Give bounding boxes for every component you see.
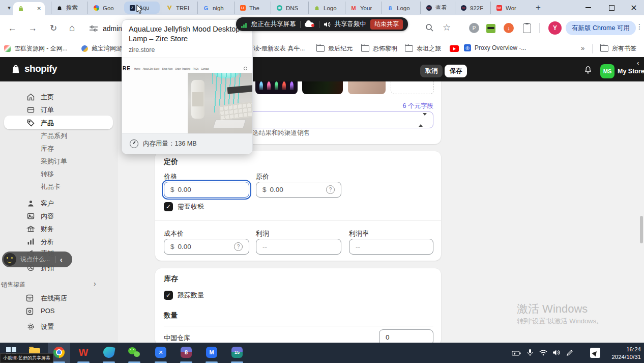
save-button[interactable]: 保存: [445, 65, 467, 77]
collapse-chevron-icon[interactable]: ‹: [637, 59, 639, 67]
wifi-icon[interactable]: [539, 350, 547, 356]
notifications-bell-icon[interactable]: [583, 65, 593, 74]
tab-gmail[interactable]: M Your: [345, 2, 380, 14]
forward-button[interactable]: →: [28, 23, 37, 34]
sales-channels-chevron-icon[interactable]: ›: [94, 280, 96, 288]
help-icon[interactable]: ?: [234, 242, 243, 251]
touch-indicator-icon[interactable]: [590, 348, 600, 358]
tab-logo-blue[interactable]: 8 Logo: [382, 2, 417, 14]
tab-close-icon[interactable]: ✕: [37, 6, 41, 11]
active-tab[interactable]: ✕: [13, 2, 45, 15]
sidebar-item-collections[interactable]: 产品系列: [41, 131, 67, 141]
profile-avatar[interactable]: Y: [548, 21, 562, 35]
track-quantity-checkbox[interactable]: ✓: [164, 291, 173, 300]
bookmarks-overflow-icon[interactable]: »: [581, 44, 584, 52]
bookmark-cangbaowan[interactable]: 藏宝湾网游...: [81, 44, 127, 53]
tab-the[interactable]: U The: [234, 2, 270, 14]
wps-taskbar-button[interactable]: W: [77, 346, 90, 358]
tab-sousuo[interactable]: 搜索: [51, 2, 86, 14]
chrome-update-chip[interactable]: 有新版 Chrome 可用: [566, 21, 636, 35]
tab-logo-green[interactable]: Logo: [308, 2, 344, 14]
site-info-icon[interactable]: [90, 25, 98, 32]
sidebar-item-transfers[interactable]: 转移: [41, 170, 54, 179]
help-icon[interactable]: ?: [326, 185, 335, 194]
assistant-input[interactable]: 说点什么...: [20, 255, 50, 264]
tab-dns[interactable]: DNS: [271, 2, 306, 14]
tab-922[interactable]: 922 922F: [455, 2, 490, 14]
sidebar-item-inventory[interactable]: 库存: [41, 144, 54, 153]
sidebar-item-home[interactable]: 主页: [41, 93, 54, 102]
browser-menu-icon[interactable]: ⋮: [636, 22, 643, 31]
volume-icon[interactable]: [552, 349, 560, 356]
badge15-app-button[interactable]: 15: [231, 346, 243, 358]
sidebar-item-gift-cards[interactable]: 礼品卡: [41, 182, 61, 191]
sidebar-item-content[interactable]: 内容: [41, 212, 54, 221]
extension-p-icon[interactable]: P: [469, 23, 479, 33]
cost-input[interactable]: $0.00 ?: [164, 239, 249, 255]
profit-input[interactable]: --: [256, 239, 341, 255]
bookmark-folder-titanquest[interactable]: 泰坦之旅: [405, 44, 441, 53]
tab-night[interactable]: G nigh: [197, 2, 233, 14]
sidebar-item-purchase-orders[interactable]: 采购订单: [41, 157, 67, 166]
back-button[interactable]: ←: [8, 23, 17, 34]
battery-icon[interactable]: [512, 351, 521, 356]
charge-tax-row[interactable]: ✓ 需要收税: [164, 202, 204, 211]
extension-glasses-icon[interactable]: [486, 24, 495, 33]
page-scrollbar-thumb[interactable]: [640, 216, 643, 243]
pen-icon[interactable]: [566, 349, 573, 356]
bookmark-all-bookmarks[interactable]: 所有书签: [600, 44, 636, 53]
sidebar-item-settings[interactable]: 设置: [41, 322, 54, 331]
sidebar-item-online-store[interactable]: 在线商店: [41, 294, 67, 303]
x-app-button[interactable]: ✕: [155, 346, 167, 358]
store-avatar[interactable]: MS: [600, 64, 614, 78]
sidebar-item-analytics[interactable]: 分析: [41, 237, 54, 246]
shopify-logo[interactable]: shopify: [10, 63, 57, 74]
chrome-taskbar-button[interactable]: [53, 346, 65, 358]
assistant-widget[interactable]: 说点什么... ‹: [2, 252, 72, 267]
new-tab-button[interactable]: +: [532, 2, 544, 14]
badge8-app-button[interactable]: 8: [180, 346, 192, 358]
sidebar-item-orders[interactable]: 订单: [41, 105, 54, 115]
tab-word[interactable]: W Wor: [490, 2, 526, 14]
teal-app-button[interactable]: [103, 346, 115, 358]
bookmark-star-icon[interactable]: ☆: [443, 22, 451, 33]
margin-input[interactable]: --: [349, 239, 433, 255]
sidebar-item-products[interactable]: 产品: [41, 119, 54, 128]
tab-922-view[interactable]: 922 查看: [420, 2, 456, 14]
window-minimize-button[interactable]: [577, 0, 599, 15]
bookmark-xuegao[interactable]: 雪糕资源网 - 全网...: [4, 44, 68, 53]
track-quantity-row[interactable]: ✓ 跟踪数量: [164, 291, 204, 300]
wechat-taskbar-button[interactable]: [128, 346, 140, 358]
reload-button[interactable]: ↻: [50, 23, 57, 34]
meeting-app-button[interactable]: M: [206, 346, 218, 358]
bookmark-novel[interactable]: 读-最新发表 真牛...: [253, 44, 305, 53]
store-name[interactable]: My Store: [618, 68, 644, 75]
compare-price-input[interactable]: $0.00 ?: [256, 182, 341, 198]
cancel-button[interactable]: 取消: [420, 65, 443, 77]
widget-collapse-icon[interactable]: ‹: [60, 256, 63, 264]
stop-sharing-button[interactable]: 结束共享: [370, 19, 403, 30]
sidebar-item-finance[interactable]: 财务: [41, 225, 54, 234]
price-input[interactable]: $0.00: [164, 182, 249, 198]
sidebar-item-customers[interactable]: 客户: [41, 199, 54, 208]
window-maximize-button[interactable]: [600, 0, 623, 15]
youtube-bookmark-icon[interactable]: [450, 45, 459, 52]
bookmark-folder-grimdawn[interactable]: 恐怖黎明: [361, 44, 397, 53]
home-button[interactable]: ⌂: [69, 22, 75, 34]
tab-trendsi[interactable]: TREI: [161, 2, 196, 14]
bookmark-folder-lastepoch[interactable]: 最后纪元: [316, 44, 353, 53]
extensions-icon[interactable]: [523, 23, 531, 33]
sidebar-item-pos[interactable]: POS: [41, 307, 54, 315]
bookmark-proxy-overview[interactable]: ◎ Proxy Overview -...: [464, 44, 526, 51]
shopify-header: [0, 57, 644, 81]
metafields-link[interactable]: 6 个元字段: [392, 102, 433, 110]
search-icon[interactable]: [425, 23, 434, 32]
price-label: 价格: [164, 172, 177, 181]
clock[interactable]: 16:24 2024/10/31: [605, 346, 641, 361]
tab-aqualuxe[interactable]: Z Aqu: [124, 2, 160, 14]
microphone-icon[interactable]: [527, 349, 533, 356]
window-close-button[interactable]: ✕: [624, 0, 644, 15]
tab-google[interactable]: Goo: [87, 2, 123, 14]
charge-tax-checkbox[interactable]: ✓: [164, 202, 173, 211]
extension-download-icon[interactable]: ↓: [504, 23, 514, 33]
